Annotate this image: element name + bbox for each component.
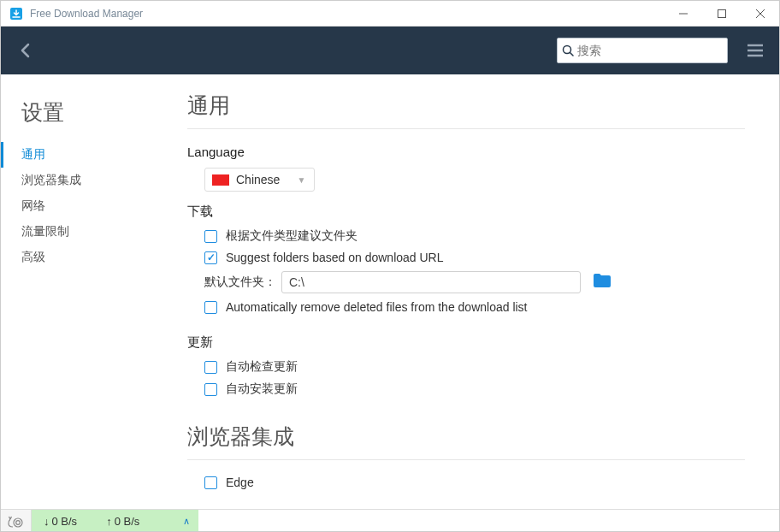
back-button[interactable] — [13, 38, 38, 63]
close-button[interactable] — [741, 1, 779, 27]
language-select[interactable]: Chinese ▼ — [204, 168, 315, 192]
svg-point-11 — [15, 520, 20, 524]
checkbox-auto-install-updates[interactable] — [204, 383, 217, 396]
content-area: 设置 通用 浏览器集成 网络 流量限制 高级 通用 Language Chine… — [1, 74, 779, 509]
window-title: Free Download Manager — [30, 8, 664, 20]
svg-line-13 — [10, 517, 12, 519]
settings-sidebar: 设置 通用 浏览器集成 网络 流量限制 高级 — [1, 74, 172, 509]
sidebar-item-advanced[interactable]: 高级 — [1, 245, 172, 270]
download-speed: 0 B/s — [52, 515, 78, 528]
status-bar: ↓ 0 B/s ↑ 0 B/s ∧ — [1, 509, 779, 532]
sidebar-title: 设置 — [1, 92, 172, 142]
search-box[interactable] — [557, 38, 728, 63]
checkbox-auto-check-updates[interactable] — [204, 361, 217, 374]
maximize-button[interactable] — [702, 1, 741, 27]
section-divider — [187, 128, 745, 129]
chevron-down-icon: ▼ — [297, 175, 305, 185]
sidebar-item-traffic-limits[interactable]: 流量限制 — [1, 219, 172, 245]
checkbox-edge[interactable] — [204, 476, 217, 489]
default-folder-label: 默认文件夹： — [204, 275, 276, 290]
sidebar-item-browser-integration[interactable]: 浏览器集成 — [1, 168, 172, 193]
svg-line-6 — [570, 53, 573, 56]
sidebar-item-network[interactable]: 网络 — [1, 193, 172, 219]
language-heading: Language — [187, 145, 745, 159]
checkbox-label: 根据文件类型建议文件夹 — [226, 228, 358, 244]
checkbox-label: Automatically remove deleted files from … — [226, 300, 528, 314]
download-arrow-icon: ↓ — [44, 515, 50, 528]
sidebar-item-general[interactable]: 通用 — [1, 142, 172, 168]
section-divider — [187, 459, 745, 460]
speed-indicator[interactable]: ↓ 0 B/s ↑ 0 B/s ∧ — [32, 510, 198, 532]
toolbar — [1, 27, 779, 74]
svg-point-10 — [14, 518, 22, 527]
search-input[interactable] — [577, 44, 727, 57]
search-icon — [558, 44, 577, 56]
settings-main: 通用 Language Chinese ▼ 下载 根据文件类型建议文件夹 Sug… — [172, 74, 779, 509]
language-value: Chinese — [236, 173, 280, 186]
default-folder-input[interactable] — [281, 271, 581, 293]
browser-integration-title: 浏览器集成 — [187, 423, 745, 451]
checkbox-label: 自动安装更新 — [226, 381, 298, 397]
checkbox-label: 自动检查更新 — [226, 359, 298, 375]
upload-arrow-icon: ↑ — [106, 515, 112, 528]
updates-heading: 更新 — [187, 334, 745, 351]
browse-folder-button[interactable] — [593, 273, 612, 292]
hamburger-menu-button[interactable] — [743, 38, 767, 62]
minimize-button[interactable] — [664, 1, 702, 27]
snail-mode-button[interactable] — [1, 510, 32, 532]
app-logo-icon — [9, 7, 23, 21]
window-controls — [664, 1, 779, 27]
checkbox-auto-remove-deleted[interactable] — [204, 301, 217, 314]
checkbox-suggest-by-url[interactable] — [204, 251, 217, 264]
section-title: 通用 — [187, 92, 745, 120]
checkbox-label: Suggest folders based on download URL — [226, 251, 444, 264]
checkbox-suggest-by-type[interactable] — [204, 230, 217, 243]
window-titlebar: Free Download Manager — [1, 1, 779, 27]
svg-rect-2 — [718, 9, 725, 17]
chevron-up-icon[interactable]: ∧ — [183, 516, 190, 527]
flag-icon — [212, 174, 229, 186]
upload-speed: 0 B/s — [115, 515, 140, 528]
checkbox-label: Edge — [226, 476, 254, 489]
download-heading: 下载 — [187, 204, 745, 220]
